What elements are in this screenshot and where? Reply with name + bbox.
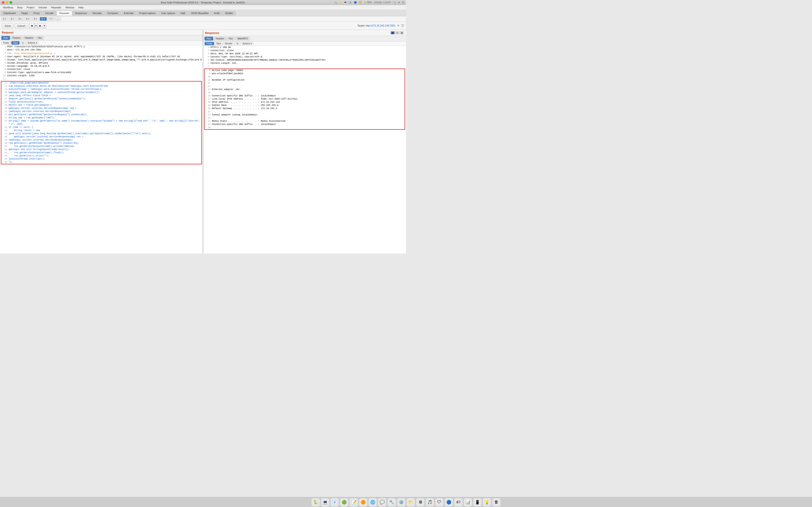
send-button[interactable]: Send — [2, 23, 14, 28]
num-tab-1[interactable]: 1 × — [1, 17, 8, 21]
num-tab-7[interactable]: 7 × — [47, 17, 55, 21]
resp-line-25: 25Connection-specific DNS Suffix . : loc… — [205, 123, 405, 126]
req-line-12: 12_nfpb=true&_pageLabel=&handle= — [1, 81, 201, 84]
close-button[interactable] — [2, 1, 5, 4]
num-tab-6[interactable]: 6 × — [40, 17, 47, 21]
resp-line-8: 8Active code page: 65001 — [205, 69, 405, 72]
resp-line-26: 26 — [205, 126, 405, 129]
req-line-2: 2Host: 172.16.242.134:7001 — [0, 48, 203, 52]
req-line-3: 3cmd: chcp 65001&&whoami&&ipconfig← — [0, 52, 203, 55]
resp-n-tab[interactable]: \n — [235, 42, 240, 45]
req-pretty-tab[interactable]: Pretty — [1, 41, 11, 45]
nav-next-button[interactable]: ▶ — [38, 23, 43, 29]
req-actions-tab[interactable]: Actions ▾ — [26, 41, 39, 45]
main-tab-sequencer[interactable]: Sequencer — [72, 11, 90, 15]
view-split-btn[interactable]: ⊞ — [391, 31, 395, 35]
resp-tab-raw[interactable]: Raw — [205, 37, 213, 41]
resp-pretty-tab[interactable]: Pretty — [205, 42, 214, 45]
req-line-15: 15weblogic.work.WorkAdapter adapter = ex… — [1, 91, 201, 94]
resp-line-7: 7 — [203, 65, 406, 68]
nav-dropdown-button[interactable]: ▾ — [35, 23, 38, 29]
resp-actions-tab[interactable]: Actions ▾ — [241, 42, 254, 45]
main-tab-knife[interactable]: Knife — [212, 11, 222, 15]
request-title: Request — [2, 31, 13, 34]
req-line-26: 26 String result = new — [1, 129, 201, 132]
response-title: Response — [205, 31, 219, 35]
titlebar-icons: 🔍⚡💻⚙️🔵📶🔋 93%11/2日(一) 14:47🔍⊕☰ — [334, 1, 404, 4]
main-tab-intruder[interactable]: Intruder — [43, 11, 56, 15]
request-code-area[interactable]: 1POST /console/css/%252e%252e/%252fconso… — [0, 45, 203, 253]
main-tab-wsdler[interactable]: Wsdler — [223, 11, 236, 15]
request-header: Request — [0, 30, 203, 35]
req-tab-raw[interactable]: Raw — [1, 36, 10, 40]
menu-startburp[interactable]: StartBurp — [1, 6, 15, 9]
menu-help[interactable]: Help — [77, 6, 86, 9]
resp-tab-headers[interactable]: Headers — [214, 37, 226, 41]
main-tab-repeater[interactable]: Repeater — [57, 11, 72, 15]
nav-dropdown2-button[interactable]: ▾ — [43, 23, 46, 29]
main-tab-hae[interactable]: HaE — [178, 11, 188, 15]
edit-icon[interactable]: ✎ — [397, 24, 399, 27]
req-line-21: 21(weblogic.servlet.internal.ServletRequ… — [1, 110, 201, 113]
maximize-button[interactable] — [9, 1, 12, 4]
resp-line-1: 1HTTP/1.1 200 OK — [203, 46, 406, 49]
num-tab-4[interactable]: 4 × — [24, 17, 32, 21]
num-tab-2[interactable]: 2 × — [9, 17, 16, 21]
resp-raw-tab[interactable]: Raw — [214, 42, 223, 45]
req-line-32: 32weblogic.xml.util.StringInputStream(re… — [1, 148, 201, 151]
req-line-25: 25if (cmd != null) { — [1, 126, 201, 129]
num-tab-5[interactable]: 5 × — [32, 17, 39, 21]
menu-burp[interactable]: Burp — [15, 6, 24, 9]
view-list-btn[interactable]: ≡ — [395, 31, 399, 35]
req-raw-tab[interactable]: Raw — [11, 41, 19, 45]
main-tab-json-beautifier[interactable]: JSON Beautifier — [188, 11, 211, 15]
menu-window[interactable]: Window — [64, 6, 76, 9]
minimize-button[interactable] — [6, 1, 8, 4]
window-title: Burp Suite Professional v2020.9.2 - Temp… — [161, 1, 245, 4]
resp-line-12: 12 — [205, 82, 405, 85]
response-red-section: 8Active code page: 650019win-e7salk4fd84… — [204, 69, 405, 130]
nav-buttons: ◀ ▾ ▶ ▾ — [29, 23, 46, 29]
req-line-24: 24String[] cmds = System.getProperty("os… — [1, 119, 201, 126]
main-tabbar: DashboardTargetProxyIntruderRepeaterSequ… — [0, 10, 406, 16]
req-line-13: 13com.tangosol.coherence.mvel2.sh.ShellS… — [1, 84, 201, 88]
main-tab-proxy[interactable]: Proxy — [31, 11, 42, 15]
num-tab-3[interactable]: 3 × — [16, 17, 23, 21]
resp-tab-hex[interactable]: Hex — [227, 37, 235, 41]
resp-line-19: 19Subnet Mask . . . . . . . . . . . : 25… — [205, 104, 405, 107]
response-code-area[interactable]: 1HTTP/1.1 200 OK2Connection: close3Date:… — [203, 46, 406, 253]
main-tab-user-options[interactable]: User options — [159, 11, 177, 15]
request-panel: Request RawParamsHeadersHex Pretty Raw \… — [0, 30, 203, 253]
resp-tab-markinfo[interactable]: MarkINFO — [236, 37, 250, 41]
view-compact-btn[interactable]: ⊟ — [400, 31, 404, 35]
menu-intruder[interactable]: Intruder — [37, 6, 49, 9]
request-subtoolbar: Pretty Raw \n Actions ▾ — [0, 41, 203, 45]
req-line-34: 34 res.getWriter().write(""); — [1, 154, 201, 158]
main-tab-project-options[interactable]: Project options — [137, 11, 158, 15]
cancel-button[interactable]: Cancel — [14, 23, 28, 28]
req-tab-hex[interactable]: Hex — [36, 36, 44, 40]
menu-project[interactable]: Project — [25, 6, 36, 9]
req-line-36: 36"}; — [1, 161, 201, 164]
main-tab-comparer[interactable]: Comparer — [105, 11, 121, 15]
req-line-35: 35}executeThread.interrupt(); — [1, 158, 201, 161]
req-line-9: 9Content-Type: application/x-www-form-ur… — [0, 71, 203, 74]
main-tab-extender[interactable]: Extender — [121, 11, 136, 15]
main-tab-dashboard[interactable]: Dashboard — [1, 11, 18, 15]
resp-render-tab[interactable]: Render — [223, 42, 234, 45]
main-tab-target[interactable]: Target — [18, 11, 31, 15]
resp-line-2: 2Connection: close — [203, 49, 406, 52]
menu-repeater[interactable]: Repeater — [49, 6, 63, 9]
help-icon[interactable]: ? — [401, 24, 404, 27]
req-n-tab[interactable]: \n — [20, 41, 26, 45]
req-line-5: 5Accept: text/html,application/xhtml+xml… — [0, 58, 203, 62]
nav-prev-button[interactable]: ◀ — [29, 23, 35, 29]
resp-line-9: 9win-e7salk4fd84\jas502n — [205, 72, 405, 75]
resp-line-6: 6Content-Length: 541 — [203, 62, 406, 65]
target-url[interactable]: http://172.16.242.134:7001 — [366, 24, 396, 27]
num-tab-...[interactable]: ... — [55, 17, 61, 21]
response-tabs: RawHeadersHexMarkINFO — [203, 36, 406, 42]
req-tab-headers[interactable]: Headers — [23, 36, 35, 40]
req-tab-params[interactable]: Params — [10, 36, 22, 40]
main-tab-decoder[interactable]: Decoder — [90, 11, 104, 15]
